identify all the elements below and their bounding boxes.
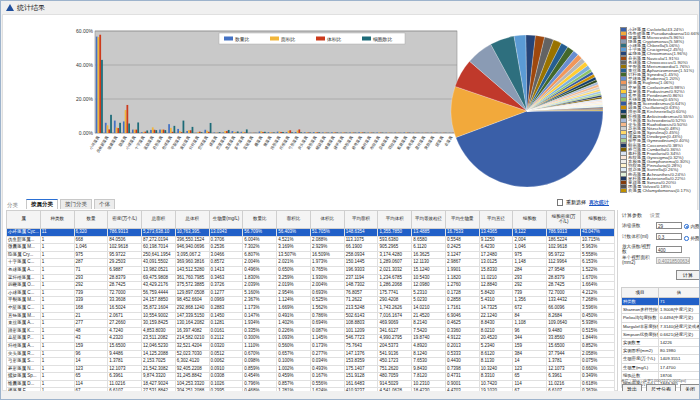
pie-legend-label: 衣藻属 Chlamydomonas(0.17%) — [628, 188, 691, 192]
table-row[interactable]: 蓝纤维藻属...1293 28.837969,475.9808361,760.7… — [7, 274, 615, 282]
view-area-input: 0.402185006343 — [656, 257, 690, 264]
column-header[interactable]: 平均面积 — [344, 211, 378, 229]
column-header[interactable]: 平均直径 — [479, 211, 513, 229]
column-header[interactable]: 生物量(mg/L) — [209, 211, 243, 229]
column-header[interactable]: 总面积 — [142, 211, 176, 229]
table-row[interactable]: 隐藻属 Cry...1975 95.9722250,641.19543,095,… — [7, 251, 615, 259]
result-row[interactable]: Simpson优势度指数 0.6621(轻度污染) — [622, 330, 700, 338]
bar — [170, 128, 172, 133]
column-header[interactable]: 体积比 — [310, 211, 344, 229]
bar-legend-label: 数量比 — [235, 37, 250, 42]
column-header[interactable]: 数量比 — [243, 211, 277, 229]
table-row[interactable]: 色球藻属 A...171 6.988713,982.0521143,512.52… — [7, 266, 615, 274]
bar — [179, 131, 181, 133]
table-row[interactable]: 小球藻属 C...1739 72.700056,759.4444129,897.… — [7, 289, 615, 297]
classification-tab[interactable]: 按属分类 — [26, 199, 58, 209]
column-header[interactable]: 细胞数比 — [581, 211, 615, 229]
column-header[interactable]: 密度(万个/L) — [108, 211, 142, 229]
bar — [172, 132, 174, 133]
concentration-input[interactable]: 29 — [656, 222, 682, 229]
panel-caption: 计算参数 设置 — [622, 212, 660, 218]
column-header[interactable]: 平均等效粒径 — [412, 211, 446, 229]
panel-caption-main: 计算参数 — [622, 212, 642, 218]
bar — [260, 131, 262, 133]
statistics-result-window: 统计结果 60.00%40.00%20.00%0.00%小环藻属伪鱼腥藻属微囊藻… — [0, 0, 700, 400]
column-header[interactable]: 细胞密度(万个/L) — [547, 211, 581, 229]
bar — [295, 132, 297, 133]
bar — [223, 132, 225, 133]
bar — [237, 131, 239, 133]
result-row[interactable]: 生物密度(万个/L) 1409.3551 — [622, 355, 700, 363]
table-row[interactable]: 小环藻属 Cyc...116,320 786.93135,273,638.101… — [7, 229, 615, 237]
column-header[interactable]: 面积比 — [277, 211, 311, 229]
bar — [360, 132, 362, 133]
window-title: 统计结果 — [17, 3, 45, 13]
bar-legend-swatch-icon — [362, 37, 371, 41]
column-header[interactable]: 细胞数 — [513, 211, 547, 229]
bar — [404, 132, 406, 133]
y-tick-label: 60.00% — [76, 28, 94, 34]
field-magnification: 放大倍数/视野数 400 — [622, 244, 682, 254]
radio-unselected-icon — [684, 236, 689, 241]
column-header[interactable]: 平均生物量 — [445, 211, 479, 229]
bar — [336, 132, 338, 133]
bar — [204, 130, 206, 133]
column-header[interactable]: 种类数 — [40, 211, 74, 229]
volume-input[interactable]: 0.3 — [656, 233, 682, 240]
table-row[interactable]: 锥囊藻属 D...1114 11.021618,427.9024104,253.… — [7, 380, 615, 388]
radio-inner[interactable]: 内圈 — [684, 224, 700, 229]
table-row[interactable]: 蹄形藻属 K...148 4.72404,853.803016,397.4082… — [7, 327, 615, 335]
table-row[interactable]: 空星藻属 C...1168 16.502435,872.1604292,868.… — [7, 304, 615, 312]
table-row[interactable]: 螺旋藻属 Sp...165 6.39619,874.332031,245.884… — [7, 373, 615, 381]
bar — [98, 37, 100, 133]
field-concentration: 浓缩倍数 29 — [622, 222, 682, 229]
table-row[interactable]: 弓形藻属 S...114 1.37812,153.70256,302.4120 … — [7, 358, 615, 366]
restat-controls: 重新选择 再次统计 — [557, 199, 610, 206]
reselect-checkbox[interactable] — [557, 199, 564, 206]
result-row[interactable]: 实测面积(mm2) 80.1980 — [622, 347, 700, 355]
bar — [304, 132, 306, 133]
magnification-input[interactable]: 400 — [656, 246, 682, 253]
table-row[interactable]: 四鞭藻属 O...1292 28.742543,429.2176375,572.… — [7, 282, 615, 290]
table-header-row: 属种类数数量密度(万个/L)总面积总体积生物量(mg/L)数量比面积比体积比平均… — [7, 211, 615, 229]
column-header[interactable]: 属 — [7, 211, 41, 229]
result-row[interactable]: Pielou均匀度指数 0.4494(中度污染) — [622, 314, 700, 322]
bar — [114, 121, 116, 133]
table-row[interactable]: 微囊藻属 M...11,046 102.961860,198.7014946,9… — [7, 244, 615, 252]
result-row[interactable]: Margalef丰富度指数 7.3140(轻度污染或者清洁) — [622, 322, 700, 330]
table-row[interactable]: 纤维藻属 A...1159 15.650012,046.523032,521.4… — [7, 342, 615, 350]
radio-outer[interactable]: 外圈 — [684, 236, 700, 241]
table-row[interactable]: 平裂藻属 M...1339 33.360824,157.885098,452.6… — [7, 297, 615, 305]
table-row[interactable]: 盘星藻属 P...143 4.232023,511.2082214,582.02… — [7, 335, 615, 343]
bar — [351, 132, 353, 133]
bar — [150, 130, 152, 133]
bar — [199, 132, 201, 133]
y-tick-label: 0.00% — [79, 130, 94, 136]
column-header[interactable]: 平均体积 — [378, 211, 412, 229]
unit-footnote: 单位：Max：倍率1.000(110*0.0001px) — [621, 378, 686, 383]
radio-selected-icon — [684, 224, 689, 229]
bar — [164, 130, 166, 133]
classification-tab[interactable]: 个体 — [94, 199, 115, 209]
table-row[interactable]: 伪鱼腥藻属...1668 84.050687,272.0194396,550.1… — [7, 236, 615, 244]
column-header[interactable]: 数量 — [74, 211, 108, 229]
plot-area — [95, 31, 457, 133]
result-row[interactable]: 生物量(mg/L) 17.4700 — [622, 363, 700, 371]
result-row[interactable]: 实测数量 14226 — [622, 339, 700, 347]
restat-link[interactable]: 再次统计 — [589, 199, 609, 205]
column-header[interactable]: 总体积 — [175, 211, 209, 229]
result-row[interactable]: 种类数 71 — [622, 298, 700, 306]
classification-tab[interactable]: 按门分类 — [60, 199, 92, 209]
table-row[interactable]: 尖头藻属 R...196 9.448614,125.208852,023.703… — [7, 350, 615, 358]
result-row[interactable]: Shannon多样性指数 1.9008(中度污染) — [622, 306, 700, 314]
bar — [342, 132, 344, 133]
field-label: 浓缩倍数 — [622, 223, 654, 228]
calculate-button[interactable]: 计算 — [676, 270, 700, 280]
bar — [213, 132, 215, 133]
table-row[interactable]: 直链藻属 M...121 2.067110,554.9002147,339.51… — [7, 312, 615, 320]
table-row[interactable]: 束丝藻属 A...1277 27.266030,159.8425130,164.… — [7, 320, 615, 328]
table-row[interactable]: 十字藻属 C...1287 29.250343,091.5502369,960.… — [7, 259, 615, 267]
table-row[interactable]: 菱形藻属 N...1123 12.107321,542.308292,405.2… — [7, 365, 615, 373]
pie-chart — [441, 29, 613, 195]
bar — [177, 129, 179, 133]
